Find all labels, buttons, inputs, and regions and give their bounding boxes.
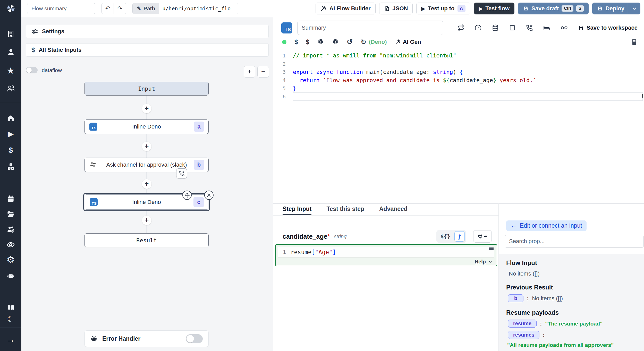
groups-gear-icon[interactable] (0, 224, 21, 235)
reset-rotate-ccw-icon[interactable]: ↺ (347, 38, 353, 46)
workers-robot-icon[interactable] (0, 271, 21, 281)
prop-badge-resume[interactable]: resume (508, 320, 537, 328)
insert-step-button[interactable]: + (142, 104, 151, 113)
error-handler-label: Error Handler (102, 335, 140, 342)
resources-dollar-icon[interactable]: $ (306, 39, 309, 45)
package-cube-icon[interactable] (317, 38, 324, 46)
step-summary-input[interactable] (297, 21, 443, 35)
users-group-icon[interactable] (0, 83, 21, 93)
back-arrow-icon: ← (511, 222, 517, 229)
error-handler-toggle[interactable] (186, 334, 203, 343)
insert-step-button[interactable]: + (142, 216, 151, 225)
ai-flow-builder-label: AI Flow Builder (329, 5, 370, 12)
code-line[interactable]: 5} (273, 84, 644, 92)
user-icon[interactable] (0, 47, 21, 57)
prop-badge-b[interactable]: b (508, 294, 523, 302)
search-prop-input[interactable] (505, 235, 644, 248)
path-input[interactable] (159, 3, 238, 14)
redo-button[interactable]: ↷ (114, 3, 126, 14)
expand-sidebar-arrow-icon[interactable]: → (0, 334, 21, 345)
expression-help[interactable]: Help (475, 259, 493, 265)
code-line[interactable]: 3export async function main(candidate_ag… (273, 68, 644, 76)
chevron-down-icon[interactable] (631, 5, 638, 12)
typescript-icon: TS (281, 22, 292, 33)
step-tabs: Step Input Test this step Advanced (273, 204, 498, 216)
wand-icon (395, 39, 401, 45)
chevron-down-icon (488, 260, 493, 264)
flow-result-node[interactable]: Result (84, 233, 209, 247)
tab-step-input[interactable]: Step Input (283, 204, 311, 215)
save-draft-label: Save draft (531, 5, 559, 12)
help-link[interactable]: Help (475, 259, 486, 265)
insert-step-button[interactable]: + (142, 142, 151, 151)
zoom-out-button[interactable]: − (257, 66, 269, 78)
runs-play-icon[interactable]: ▶ (0, 129, 21, 139)
windmill-logo-icon[interactable] (0, 3, 21, 14)
mock-square-icon[interactable] (509, 24, 516, 31)
cache-database-icon[interactable] (492, 24, 499, 31)
code-line[interactable]: 2 (273, 60, 644, 68)
flow-summary-input[interactable] (27, 3, 95, 14)
code-line[interactable]: 4 return `Flow was approved and candidat… (273, 76, 644, 84)
variables-dollar-icon[interactable]: $ (294, 39, 298, 45)
flow-input-node[interactable]: Input (84, 82, 209, 96)
deploy-button[interactable]: Deploy (592, 3, 640, 14)
sleep-bed-icon[interactable] (543, 24, 550, 31)
javascript-mode-button[interactable]: f (454, 231, 465, 242)
dataflow-toggle[interactable] (26, 67, 38, 73)
ai-flow-builder-button[interactable]: AI Flow Builder (316, 3, 375, 14)
favorites-star-icon[interactable]: ★ (0, 65, 21, 76)
settings-card[interactable]: Settings (26, 25, 269, 38)
timeout-gauge-icon[interactable] (474, 24, 482, 31)
result-node-label: Result (136, 237, 157, 244)
test-flow-button[interactable]: ▶ Test flow (474, 3, 514, 14)
folders-icon[interactable] (0, 209, 21, 219)
insert-step-button[interactable]: + (142, 179, 151, 189)
prop-badge-resumes[interactable]: resumes (508, 331, 539, 339)
code-line[interactable]: 6 (273, 92, 644, 101)
expression-editor[interactable]: 1 resume["Age"] Help (275, 244, 497, 266)
flow-input-title: Flow Input (506, 259, 641, 267)
field-type: string (334, 234, 346, 239)
move-step-button[interactable] (182, 191, 192, 200)
reload-rotate-cw-icon[interactable]: ↻ (361, 39, 366, 45)
approval-phone-badge[interactable] (176, 168, 187, 178)
save-draft-button[interactable]: Save draft Ctrl S (518, 3, 589, 14)
kbd-s: S (576, 5, 584, 12)
test-up-to-button[interactable]: ▶ Test up to c (416, 3, 470, 14)
zoom-in-button[interactable]: + (244, 66, 255, 78)
template-mode-button[interactable]: ${} (438, 233, 453, 239)
save-to-workspace-button[interactable]: Save to workspace (578, 24, 638, 31)
audit-eye-icon[interactable] (0, 239, 21, 250)
code-line[interactable]: 1// import * as wmill from "npm:windmill… (273, 52, 644, 60)
step-b-node[interactable]: Ask channel for approval (slack) b (84, 158, 209, 172)
ai-gen-button[interactable]: AI Gen (395, 39, 421, 45)
workspace-building-icon[interactable] (0, 29, 21, 39)
connect-input-plug-button[interactable] (473, 230, 492, 243)
path-button[interactable]: ✎ Path (133, 3, 159, 14)
retry-repeat-icon[interactable] (457, 24, 464, 31)
all-static-inputs-card[interactable]: $ All Static Inputs (26, 43, 269, 57)
step-a-node[interactable]: TS Inline Deno a (84, 119, 209, 134)
tab-test-this-step[interactable]: Test this step (326, 204, 364, 215)
settings-gear-icon[interactable]: ⚙ (0, 255, 21, 265)
suspend-phone-icon[interactable] (526, 24, 533, 31)
dark-mode-moon-icon[interactable]: ☾ (0, 314, 21, 324)
delete-step-button[interactable] (204, 191, 214, 200)
tab-advanced[interactable]: Advanced (379, 204, 408, 215)
concurrency-voicemail-icon[interactable] (560, 24, 568, 32)
resources-cubes-icon[interactable] (0, 161, 21, 172)
docs-book-icon[interactable] (0, 302, 21, 313)
error-handler-card[interactable]: Error Handler (84, 330, 209, 347)
home-icon[interactable] (0, 113, 21, 123)
undo-button[interactable]: ↶ (102, 3, 114, 14)
expression-line[interactable]: 1 resume["Age"] (278, 247, 494, 258)
json-button[interactable]: JSON (379, 3, 413, 14)
schedules-calendar-icon[interactable] (0, 194, 21, 204)
variables-dollar-icon[interactable]: $ (0, 145, 21, 155)
package-cube-icon[interactable] (332, 38, 339, 46)
sidebar-divider (0, 328, 21, 328)
code-editor[interactable]: 1// import * as wmill from "npm:windmill… (273, 49, 644, 101)
script-library-book-icon[interactable] (631, 39, 638, 46)
edit-or-connect-button[interactable]: ← Edit or connect an input (506, 220, 587, 231)
